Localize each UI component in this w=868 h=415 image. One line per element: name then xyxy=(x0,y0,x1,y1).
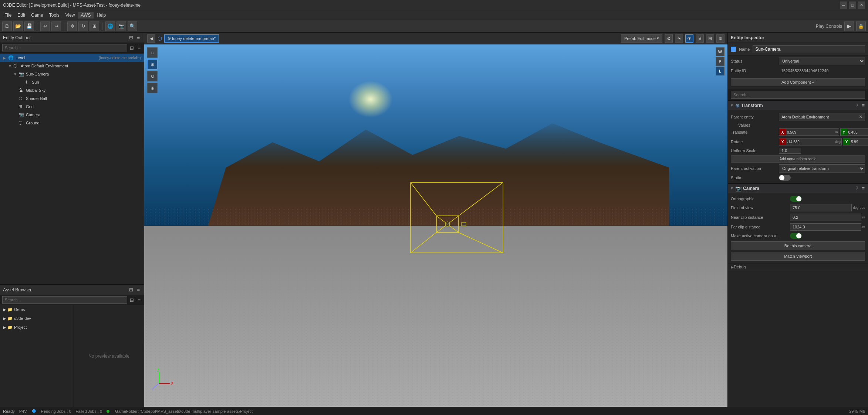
folder-o3de-dev[interactable]: ▶ 📁 o3de-dev xyxy=(0,314,74,323)
static-toggle[interactable] xyxy=(779,175,791,181)
tree-item-shader-ball[interactable]: ▶ ⬡ Shader Ball xyxy=(0,94,144,103)
toolbar-rotate[interactable]: ↻ xyxy=(78,21,88,31)
menu-game[interactable]: Game xyxy=(28,12,46,19)
parent-activation-dropdown[interactable]: Original relative transform xyxy=(779,164,865,173)
transform-header[interactable]: ▼ ⊕ Transform ? ≡ xyxy=(728,101,868,110)
atom-pin-btn[interactable]: 📌 xyxy=(128,63,136,69)
add-component-button[interactable]: Add Component + xyxy=(731,78,865,86)
w-btn[interactable]: W xyxy=(716,47,725,56)
tree-item-global-sky[interactable]: ▶ 🌤 Global Sky xyxy=(0,86,144,94)
tree-item-atom-default[interactable]: ▼ ⬡ Atom Default Environment 📌 + xyxy=(0,62,144,70)
rotate-y-input[interactable] xyxy=(850,140,868,144)
translate-y-input[interactable] xyxy=(847,130,868,134)
atom-add-btn[interactable]: + xyxy=(137,63,142,69)
vp-btn-2[interactable]: ☀ xyxy=(675,34,683,43)
fov-input[interactable] xyxy=(790,204,852,211)
vp-btn-camera[interactable]: 👁 xyxy=(685,34,693,43)
asset-search-filter-btn[interactable]: ⊟ xyxy=(129,297,135,303)
camera-menu-btn[interactable]: ≡ xyxy=(861,185,866,191)
vp-btn-display[interactable]: 🖥 xyxy=(696,34,704,43)
vp-btn-aspect[interactable]: ⊞ xyxy=(706,34,714,43)
folder-label-gems: Gems xyxy=(14,307,25,312)
asset-search-options-btn[interactable]: ≡ xyxy=(136,297,142,303)
toolbar-scale[interactable]: ⊞ xyxy=(89,21,99,31)
toolbar-search[interactable]: 🔍 xyxy=(128,21,137,31)
tool-scale[interactable]: ⊞ xyxy=(147,83,158,93)
tree-item-sun[interactable]: ▶ ☀ Sun xyxy=(0,78,144,86)
menu-tools[interactable]: Tools xyxy=(46,12,63,19)
lock-button[interactable]: 🔒 xyxy=(856,21,866,31)
maximize-button[interactable]: □ xyxy=(849,1,856,9)
folder-gems[interactable]: ▶ 📁 Gems xyxy=(0,305,74,314)
menu-edit[interactable]: Edit xyxy=(14,12,28,19)
uniform-scale-input[interactable] xyxy=(779,148,801,154)
window-controls: ─ □ ✕ xyxy=(840,1,865,9)
camera-component-header[interactable]: ▼ 📷 Camera ? ≡ xyxy=(728,184,868,193)
tree-item-sun-camera[interactable]: ▼ 📷 Sun-Camera 📌 + xyxy=(0,70,144,78)
inspector-search-input[interactable] xyxy=(731,91,865,99)
match-viewport-button[interactable]: Match Viewport xyxy=(731,252,865,261)
outliner-filter-btn[interactable]: ⊞ xyxy=(128,34,134,41)
l-btn[interactable]: L xyxy=(716,67,725,76)
toolbar-move[interactable]: ✥ xyxy=(67,21,77,31)
menu-help[interactable]: Help xyxy=(94,12,109,19)
toolbar-camera[interactable]: 📷 xyxy=(116,21,126,31)
play-button[interactable]: ▶ xyxy=(844,21,854,31)
toolbar-save[interactable]: 💾 xyxy=(24,21,34,31)
toolbar-redo[interactable]: ↪ xyxy=(51,21,61,31)
tree-item-ground[interactable]: ▶ ⬡ Ground xyxy=(0,119,144,127)
near-clip-input[interactable] xyxy=(790,214,861,221)
asset-menu-btn[interactable]: ≡ xyxy=(136,287,141,293)
menu-view[interactable]: View xyxy=(63,12,78,19)
close-button[interactable]: ✕ xyxy=(858,1,865,9)
tool-rotate[interactable]: ↻ xyxy=(147,71,158,81)
outliner-search-options[interactable]: ≡ xyxy=(136,45,142,51)
be-this-camera-button[interactable]: Be this camera xyxy=(731,241,865,250)
tree-item-camera[interactable]: ▶ 📷 Camera 📌 xyxy=(0,111,144,119)
folder-project[interactable]: ▶ 📁 Project xyxy=(0,323,74,332)
toolbar-undo[interactable]: ↩ xyxy=(40,21,50,31)
translate-x-input[interactable] xyxy=(786,130,835,134)
parent-entity-clear-btn[interactable]: ✕ xyxy=(859,114,862,120)
tool-transform[interactable]: ⊕ xyxy=(147,59,158,70)
minimize-button[interactable]: ─ xyxy=(840,1,847,9)
tree-item-level[interactable]: ▶ 🌐 Level (fooey-delete-me.prefab*) xyxy=(0,54,144,62)
menu-aws[interactable]: AWS xyxy=(78,12,94,19)
viewport-transform-tab[interactable]: ⊕ fooey-delete-me.prefab* xyxy=(164,34,219,43)
menu-file[interactable]: File xyxy=(1,12,14,19)
viewport-back-btn[interactable]: ◀ xyxy=(147,34,155,43)
entity-name-input[interactable] xyxy=(753,45,865,53)
sun-camera-add-btn[interactable]: + xyxy=(137,71,142,77)
vp-btn-menu[interactable]: ≡ xyxy=(716,34,725,43)
toolbar-globe[interactable]: 🌐 xyxy=(105,21,115,31)
sun-camera-pin-btn[interactable]: 📌 xyxy=(128,71,136,77)
prefab-mode-btn[interactable]: Prefab Edit mode ▾ xyxy=(621,34,662,43)
viewport-canvas[interactable]: ↔ ⊕ ↻ ⊞ W P L X Z Y xyxy=(144,44,727,407)
transform-menu-btn[interactable]: ≡ xyxy=(861,102,866,108)
make-active-toggle[interactable] xyxy=(790,233,802,239)
debug-header[interactable]: ▶ Debug xyxy=(728,264,868,270)
camera-help-btn[interactable]: ? xyxy=(854,185,859,191)
make-active-label: Make active camera on a... xyxy=(731,234,790,238)
play-controls-label: Play Controls xyxy=(816,24,842,29)
orthographic-toggle[interactable] xyxy=(790,196,802,202)
vp-btn-1[interactable]: ⚙ xyxy=(665,34,673,43)
camera-pin-btn[interactable]: 📌 xyxy=(134,112,142,118)
transform-help-btn[interactable]: ? xyxy=(854,102,859,108)
status-dropdown[interactable]: Universal xyxy=(779,57,865,65)
asset-search-input[interactable] xyxy=(2,296,127,304)
outliner-menu-btn[interactable]: ≡ xyxy=(136,34,141,41)
toolbar-open[interactable]: 📂 xyxy=(13,21,23,31)
add-non-uniform-btn[interactable]: Add non-uniform scale xyxy=(731,155,865,163)
rotate-x-input[interactable] xyxy=(786,140,835,144)
outliner-search-filter[interactable]: ⊟ xyxy=(129,45,135,51)
toolbar-separator-2 xyxy=(64,23,64,30)
asset-filter-btn[interactable]: ⊟ xyxy=(128,287,134,293)
entity-id-row: Entity ID 152045523334494612240 xyxy=(728,66,868,75)
toolbar-new[interactable]: 🗋 xyxy=(2,21,12,31)
outliner-search-input[interactable] xyxy=(2,44,127,51)
far-clip-input[interactable] xyxy=(790,223,861,231)
tree-item-grid[interactable]: ▶ ⊞ Grid xyxy=(0,103,144,111)
tool-select[interactable]: ↔ xyxy=(147,47,158,58)
p-btn[interactable]: P xyxy=(716,57,725,66)
